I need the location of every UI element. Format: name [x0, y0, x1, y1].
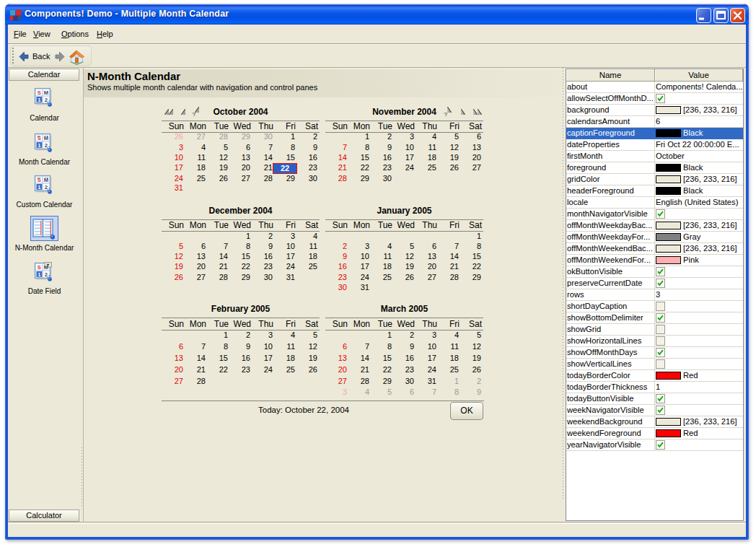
svg-text:S: S [38, 135, 41, 141]
svg-text:S: S [38, 264, 41, 271]
svg-text:M: M [44, 135, 48, 141]
svg-text:2: 2 [45, 184, 48, 191]
svg-text:S: S [38, 177, 41, 183]
svg-text:M: M [44, 89, 48, 96]
svg-text:M: M [44, 177, 48, 183]
svg-text:M: M [44, 264, 48, 271]
svg-text:S: S [38, 89, 41, 96]
svg-text:2: 2 [45, 271, 48, 278]
svg-text:2: 2 [45, 142, 48, 149]
svg-text:2: 2 [45, 97, 48, 103]
